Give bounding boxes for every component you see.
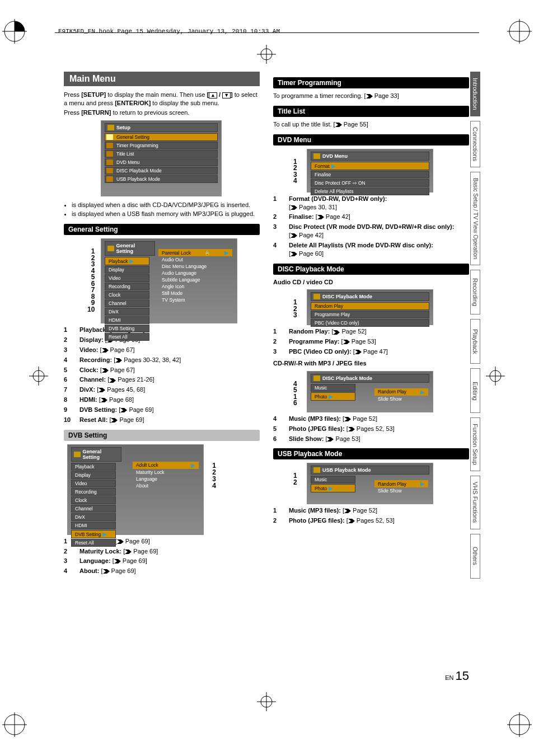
list-row: 7DivX: [ Pages 45, 68] [64,386,260,394]
figure-callout-number: 1 [212,462,216,469]
menu-item-right: Still Mode [158,290,232,297]
side-tab: Others [470,534,480,579]
menu-item: Programme Play [311,311,429,318]
crop-mark-icon [2,19,27,44]
lock-icon: 🔒 [204,250,210,256]
page-reference: [ Page 52] [343,415,377,422]
menu-item-left: Channel [71,505,116,513]
figure-callout-number: 3 [212,476,216,482]
general-setting-menu-title: General Setting [105,241,155,256]
list-label: DVB Setting: [79,406,119,413]
list-body: Slide Show: [ Page 53] [289,435,360,443]
list-row: 6Channel: [ Pages 21-26] [64,375,260,384]
menu-item-left: Playback ▶ [105,257,149,265]
pointer-icon [291,205,297,210]
list-number: 3 [273,348,283,356]
menu-item-icon [106,159,113,165]
list-label: Photo (JPEG files): [289,425,346,432]
list-row: 4About: [ Page 69] [64,567,260,575]
list-row: 2Finalise: [ Page 42] [273,213,469,221]
page-reference: [ Page 69] [109,416,144,423]
list-label: About: [79,567,101,574]
menu-item-right: Angle Icon [158,283,232,290]
pointer-icon [102,348,109,353]
menu-item-right: TV System [158,297,232,303]
list-number: 5 [64,366,74,374]
pointer-icon [335,123,342,127]
side-tab: Basic Setup / TV View Operation [470,172,480,265]
list-body: Finalise: [ Page 42] [289,213,350,221]
page-reference: [ Page 67] [100,346,134,353]
text: to display the main menu. Then use [106,91,207,98]
text: to return to previous screen. [111,109,189,116]
list-body: PBC (Video CD only): [ Page 47] [289,348,388,356]
pointer-icon [366,94,373,98]
list-label: Recording: [79,356,114,363]
menu-item-left: Music [311,384,355,392]
menu-item-left: Channel [105,299,149,307]
menu-item-right: Parental Lock🔒▶ [158,249,232,256]
page-number: EN 15 [445,669,469,683]
list-row: 2Photo (JPEG files): [ Pages 52, 53] [273,516,469,525]
play-arrow-icon: ▶ [327,393,333,400]
list-body: Disc Protect (VR mode DVD-RW, DVD+RW/+R … [289,223,469,240]
list-row: 6Slide Show: [ Page 53] [273,435,469,443]
list-label: Music (MP3 files): [289,507,343,514]
menu-item-right: Audio Out [158,256,232,263]
pointer-icon [99,388,105,392]
figure-callout-number: 4 [212,482,216,489]
subheading-disc-playback: DISC Playback Mode [273,264,469,275]
list-row: 8HDMI: [ Page 68] [64,396,260,404]
disc-playback-figure-1: 123 DISC Playback Mode Random PlayProgra… [307,289,433,325]
list-row: 4Recording: [ Pages 30-32, 38, 42] [64,356,260,364]
list-body: Recording: [ Pages 30-32, 38, 42] [79,356,181,364]
list-row: 3Disc Protect (VR mode DVD-RW, DVD+RW/+R… [273,223,469,240]
side-tab: Playback [470,319,480,364]
play-arrow-icon: ▶ [330,163,336,169]
text: to display the sub menu. [151,100,219,106]
page-lang: EN [445,674,453,681]
page-reference: [ Pages 30, 31] [289,204,337,210]
registration-mark-icon [257,45,276,64]
menu-item-left: DVB Setting ▶ [71,530,116,538]
page-header-metadata: E9TK5FD_EN.book Page 15 Wednesday, Janua… [58,28,280,35]
list-row: 2Programme Play: [ Page 53] [273,337,469,346]
list-body: Channel: [ Pages 21-26] [79,375,154,384]
menu-item-left: DivX [105,308,149,316]
list-number: 1 [273,195,283,203]
timer-text: To programme a timer recording. [ Page 3… [273,92,469,100]
menu-item-left: Photo ▶ [311,392,355,401]
figure-callout-number: 4 [293,178,297,185]
disc-sub2: CD-RW/-R with MP3 / JPEG files [273,360,367,367]
page-reference: [ Page 67] [100,367,135,373]
menu-item: Finalise [311,171,429,179]
disc-sub1: Audio CD / video CD [273,279,333,285]
menu-item-left: Music [311,476,355,483]
menu-item-icon [106,151,113,157]
side-tabs: IntroductionConnectionsBasic Setup / TV … [470,72,500,583]
list-number: 3 [64,346,74,354]
pointer-icon [291,252,297,256]
figure-callout-number: 10 [87,307,95,313]
left-column: Main Menu Press [SETUP] to display the m… [64,72,260,684]
wrench-icon [107,246,114,251]
header-rule [55,32,479,33]
menu-item-right: Maturity Lock [133,469,199,476]
list-number: 6 [273,435,283,443]
figure-callout-number: 2 [293,480,297,486]
list-number: 7 [64,386,74,394]
disc-playback-figure-2: 4516 DISC Playback Mode MusicPhoto ▶ Ran… [307,371,433,412]
page-reference: [ Page 69] [113,557,147,564]
menu-item-icon [106,168,113,173]
play-arrow-icon: ▶ [224,250,229,256]
pointer-icon [102,368,109,373]
menu-item-icon [106,143,113,148]
pointer-icon [115,358,122,363]
bullet-list: is displayed when a disc with CD-DA/VCD/… [64,201,260,219]
list-label: HDMI: [79,396,99,403]
text: Press [64,91,81,98]
pointer-icon [120,408,127,412]
pointer-icon [348,519,355,523]
list-number: 3 [273,223,283,231]
list-body: HDMI: [ Page 68] [79,396,134,404]
